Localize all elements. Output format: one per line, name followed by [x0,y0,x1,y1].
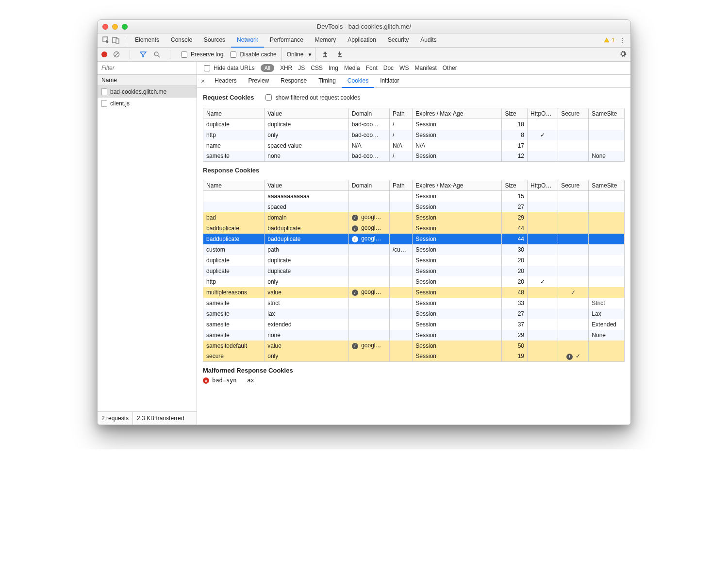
close-detail-icon[interactable]: × [200,77,209,85]
filter-type-media[interactable]: Media [344,65,360,71]
filter-type-all[interactable]: All [261,64,274,72]
col-expires[interactable]: Expires / Max-Age [413,180,502,191]
filter-type-font[interactable]: Font [366,65,378,71]
panel-tab-console[interactable]: Console [165,33,198,48]
detail-tab-response[interactable]: Response [275,75,313,88]
col-size[interactable]: Size [502,180,528,191]
table-row[interactable]: namespaced valueN/AN/AN/A17 [203,140,625,151]
record-button[interactable] [101,51,107,57]
cell-name: duplicate [203,266,265,276]
upload-har-icon[interactable] [320,51,330,59]
col-httponly[interactable]: HttpO… [528,108,558,119]
table-row[interactable]: samesitelaxSession27Lax [203,308,625,319]
table-row[interactable]: spacedSession27 [203,202,625,212]
col-secure[interactable]: Secure [558,108,589,119]
more-menu-icon[interactable]: ⋮ [618,36,627,44]
cell-name: samesite [203,319,265,330]
col-secure[interactable]: Secure [558,180,589,191]
settings-gear-icon[interactable] [619,50,627,59]
table-row[interactable]: samesitenonebad-coo…/Session12None [203,151,625,162]
panel-tab-memory[interactable]: Memory [309,33,342,48]
filter-type-img[interactable]: Img [329,65,338,71]
detail-tab-cookies[interactable]: Cookies [342,75,374,88]
col-domain[interactable]: Domain [348,180,389,191]
table-row[interactable]: multiplereasonsvaluei googl…Session48✓ [203,287,625,298]
table-row[interactable]: httponlybad-coo…/Session8✓ [203,130,625,140]
table-row[interactable]: duplicateduplicatebad-coo…/Session18 [203,119,625,130]
cell-secure [558,191,589,202]
table-header-row[interactable]: Name Value Domain Path Expires / Max-Age… [203,180,625,191]
table-row[interactable]: secureonlySession19i ✓ [203,351,625,362]
table-row[interactable]: duplicateduplicateSession20 [203,266,625,276]
cell-value: path [265,244,349,255]
col-path[interactable]: Path [390,180,413,191]
col-samesite[interactable]: SameSite [589,180,625,191]
panel-tab-audits[interactable]: Audits [414,33,442,48]
panel-tab-performance[interactable]: Performance [264,33,309,48]
warnings-badge[interactable]: 1 [604,37,615,44]
cell-name: samesite [203,298,265,308]
filter-toggle-icon[interactable] [139,50,148,59]
filter-type-js[interactable]: JS [298,65,305,71]
table-row[interactable]: samesitenoneSession29None [203,330,625,341]
detail-tab-headers[interactable]: Headers [209,75,242,88]
hide-data-urls-checkbox[interactable]: Hide data URLs [202,64,255,73]
detail-tab-initiator[interactable]: Initiator [374,75,405,88]
col-name[interactable]: Name [203,180,265,191]
svg-rect-8 [338,56,342,57]
table-row[interactable]: badduplicatebadduplicatei googl…Session4… [203,234,625,244]
table-row[interactable]: duplicateduplicateSession20 [203,255,625,266]
separator [130,50,130,59]
table-row[interactable]: aaaaaaaaaaaaaSession15 [203,191,625,202]
table-row[interactable]: samesiteextendedSession37Extended [203,319,625,330]
table-row[interactable]: badduplicatebadduplicatei googl…Session4… [203,223,625,234]
info-icon: i [352,225,358,232]
download-har-icon[interactable] [335,51,345,59]
col-httponly[interactable]: HttpO… [528,180,558,191]
col-size[interactable]: Size [502,108,528,119]
table-row[interactable]: samesitestrictSession33Strict [203,298,625,308]
col-path[interactable]: Path [390,108,413,119]
table-row[interactable]: baddomaini googl…Session29 [203,212,625,223]
col-samesite[interactable]: SameSite [589,108,625,119]
col-value[interactable]: Value [265,108,349,119]
filter-type-manifest[interactable]: Manifest [414,65,436,71]
table-row[interactable]: samesitedefaultvaluei googl…Session50 [203,341,625,351]
cell-value: only [265,276,349,287]
table-header-row[interactable]: Name Value Domain Path Expires / Max-Age… [203,108,625,119]
clear-button[interactable] [112,50,121,59]
cell-samesite [589,276,625,287]
panel-tab-security[interactable]: Security [382,33,414,48]
table-row[interactable]: custompath/cu…Session30 [203,244,625,255]
col-expires[interactable]: Expires / Max-Age [413,108,502,119]
panel-tab-elements[interactable]: Elements [129,33,165,48]
show-filtered-checkbox[interactable]: show filtered out request cookies [264,93,360,102]
search-icon[interactable] [152,50,161,59]
svg-rect-7 [323,56,327,57]
detail-tab-preview[interactable]: Preview [243,75,275,88]
inspect-element-icon[interactable] [101,35,111,45]
cell-domain: i googl… [348,341,389,351]
col-value[interactable]: Value [265,180,349,191]
request-item[interactable]: client.js [98,98,197,109]
detail-tab-timing[interactable]: Timing [313,75,342,88]
info-icon: i [352,236,358,242]
panel-tab-network[interactable]: Network [231,33,264,48]
request-item[interactable]: bad-cookies.glitch.me [98,86,197,98]
filter-type-css[interactable]: CSS [311,65,323,71]
panel-tab-application[interactable]: Application [342,33,382,48]
filter-type-doc[interactable]: Doc [383,65,394,71]
col-domain[interactable]: Domain [348,108,389,119]
device-toolbar-icon[interactable] [111,35,121,45]
disable-cache-checkbox[interactable]: Disable cache [228,50,276,59]
throttling-dropdown[interactable]: Online ▼ [281,48,316,61]
panel-tab-sources[interactable]: Sources [198,33,231,48]
filter-type-ws[interactable]: WS [399,65,409,71]
filter-type-other[interactable]: Other [443,65,457,71]
col-name[interactable]: Name [203,108,265,119]
table-row[interactable]: httponlySession20✓ [203,276,625,287]
preserve-log-checkbox[interactable]: Preserve log [179,50,223,59]
filter-input[interactable] [100,64,194,72]
cell-size: 17 [502,140,528,151]
filter-type-xhr[interactable]: XHR [280,65,292,71]
